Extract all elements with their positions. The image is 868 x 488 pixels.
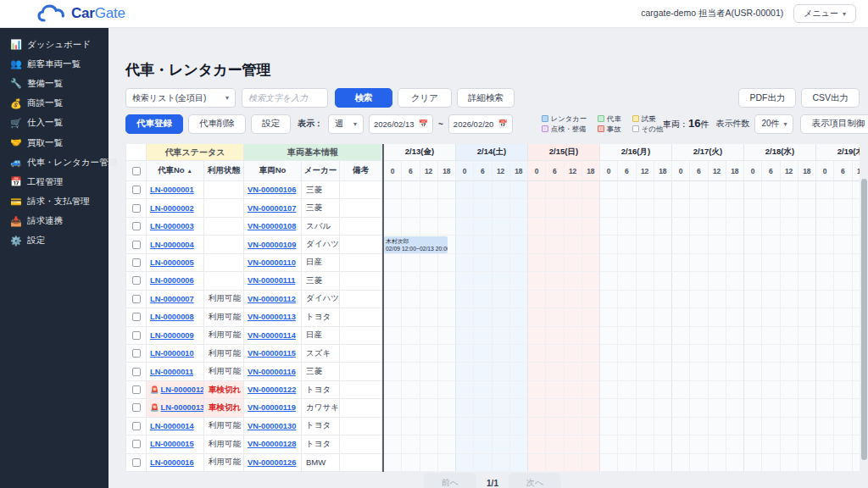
schedule-cell[interactable] bbox=[600, 272, 618, 290]
schedule-cell[interactable] bbox=[762, 254, 780, 272]
schedule-cell[interactable] bbox=[420, 363, 438, 380]
schedule-cell[interactable] bbox=[582, 291, 600, 308]
schedule-cell[interactable] bbox=[690, 199, 708, 217]
schedule-cell[interactable] bbox=[834, 381, 852, 399]
schedule-cell[interactable] bbox=[492, 435, 510, 453]
schedule-cell[interactable] bbox=[853, 291, 860, 308]
schedule-cell[interactable] bbox=[546, 327, 564, 345]
schedule-cell[interactable] bbox=[798, 272, 816, 290]
schedule-cell[interactable] bbox=[456, 308, 474, 326]
schedule-cell[interactable] bbox=[654, 272, 672, 290]
schedule-cell[interactable] bbox=[600, 308, 618, 326]
schedule-cell[interactable] bbox=[726, 399, 744, 417]
schedule-cell[interactable] bbox=[618, 435, 636, 453]
schedule-cell[interactable] bbox=[618, 218, 636, 236]
schedule-cell[interactable] bbox=[781, 327, 798, 345]
schedule-cell[interactable] bbox=[726, 236, 744, 253]
schedule-cell[interactable] bbox=[637, 199, 654, 217]
schedule-cell[interactable] bbox=[438, 435, 456, 453]
sidebar-item-dashboard[interactable]: 📊ダッシュボード bbox=[0, 35, 108, 54]
vehicle-no-link[interactable]: VN-00000116 bbox=[248, 368, 296, 376]
schedule-cell[interactable] bbox=[798, 345, 816, 363]
schedule-cell[interactable] bbox=[637, 381, 654, 399]
schedule-cell[interactable] bbox=[781, 454, 798, 472]
schedule-cell[interactable] bbox=[672, 381, 690, 399]
schedule-cell[interactable] bbox=[654, 454, 672, 472]
schedule-cell[interactable] bbox=[402, 181, 420, 199]
schedule-cell[interactable] bbox=[582, 418, 600, 435]
schedule-cell[interactable] bbox=[654, 435, 672, 453]
schedule-cell[interactable] bbox=[726, 254, 744, 272]
schedule-cell[interactable] bbox=[474, 181, 492, 199]
loaner-register-button[interactable]: 代車登録 bbox=[125, 114, 183, 134]
schedule-cell[interactable] bbox=[582, 363, 600, 380]
schedule-cell[interactable] bbox=[546, 435, 564, 453]
schedule-cell[interactable] bbox=[853, 363, 860, 380]
schedule-cell[interactable] bbox=[637, 308, 654, 326]
schedule-cell[interactable] bbox=[438, 272, 456, 290]
schedule-cell[interactable] bbox=[709, 272, 726, 290]
schedule-cell[interactable] bbox=[510, 272, 528, 290]
schedule-cell[interactable] bbox=[637, 454, 654, 472]
schedule-cell[interactable] bbox=[618, 381, 636, 399]
schedule-cell[interactable] bbox=[654, 345, 672, 363]
schedule-cell[interactable] bbox=[420, 272, 438, 290]
schedule-cell[interactable] bbox=[853, 435, 860, 453]
schedule-cell[interactable] bbox=[781, 418, 798, 435]
schedule-cell[interactable] bbox=[600, 181, 618, 199]
schedule-cell[interactable] bbox=[781, 363, 798, 380]
schedule-cell[interactable] bbox=[384, 454, 402, 472]
schedule-cell[interactable] bbox=[672, 254, 690, 272]
row-checkbox[interactable] bbox=[132, 222, 141, 230]
schedule-cell[interactable] bbox=[420, 327, 438, 345]
schedule-cell[interactable] bbox=[384, 363, 402, 380]
schedule-cell[interactable] bbox=[744, 236, 762, 253]
schedule-cell[interactable] bbox=[834, 418, 852, 435]
schedule-cell[interactable] bbox=[510, 381, 528, 399]
schedule-cell[interactable] bbox=[420, 291, 438, 308]
schedule-cell[interactable] bbox=[672, 345, 690, 363]
schedule-cell[interactable] bbox=[528, 272, 546, 290]
schedule-cell[interactable] bbox=[582, 254, 600, 272]
schedule-cell[interactable] bbox=[546, 199, 564, 217]
schedule-cell[interactable] bbox=[816, 435, 834, 453]
schedule-cell[interactable] bbox=[384, 218, 402, 236]
schedule-cell[interactable] bbox=[762, 236, 780, 253]
schedule-cell[interactable] bbox=[492, 236, 510, 253]
schedule-cell[interactable] bbox=[474, 435, 492, 453]
schedule-cell[interactable] bbox=[744, 181, 762, 199]
row-checkbox[interactable] bbox=[132, 258, 141, 267]
pdf-export-button[interactable]: PDF出力 bbox=[738, 88, 796, 108]
schedule-cell[interactable] bbox=[672, 291, 690, 308]
schedule-cell[interactable] bbox=[762, 181, 780, 199]
vehicle-no-link[interactable]: VN-00000114 bbox=[248, 331, 296, 340]
schedule-cell[interactable] bbox=[456, 454, 474, 472]
schedule-cell[interactable] bbox=[853, 218, 860, 236]
schedule-cell[interactable] bbox=[798, 399, 816, 417]
schedule-cell[interactable] bbox=[744, 327, 762, 345]
schedule-cell[interactable] bbox=[456, 327, 474, 345]
schedule-cell[interactable] bbox=[600, 218, 618, 236]
schedule-cell[interactable] bbox=[528, 454, 546, 472]
schedule-cell[interactable] bbox=[565, 454, 582, 472]
schedule-cell[interactable] bbox=[816, 454, 834, 472]
schedule-cell[interactable] bbox=[654, 181, 672, 199]
schedule-cell[interactable] bbox=[474, 327, 492, 345]
schedule-cell[interactable] bbox=[438, 199, 456, 217]
schedule-cell[interactable] bbox=[510, 399, 528, 417]
column-header-note[interactable]: 備考 bbox=[340, 161, 382, 181]
schedule-cell[interactable] bbox=[726, 381, 744, 399]
row-checkbox[interactable] bbox=[132, 403, 141, 412]
schedule-cell[interactable] bbox=[474, 218, 492, 236]
schedule-cell[interactable] bbox=[492, 181, 510, 199]
schedule-cell[interactable] bbox=[709, 291, 726, 308]
schedule-cell[interactable] bbox=[456, 254, 474, 272]
schedule-cell[interactable] bbox=[438, 254, 456, 272]
schedule-cell[interactable] bbox=[834, 272, 852, 290]
loaner-no-link[interactable]: LN-0000013 bbox=[161, 403, 204, 412]
schedule-cell[interactable] bbox=[546, 454, 564, 472]
schedule-cell[interactable] bbox=[402, 218, 420, 236]
schedule-cell[interactable] bbox=[510, 418, 528, 435]
schedule-cell[interactable] bbox=[456, 435, 474, 453]
schedule-cell[interactable] bbox=[546, 345, 564, 363]
